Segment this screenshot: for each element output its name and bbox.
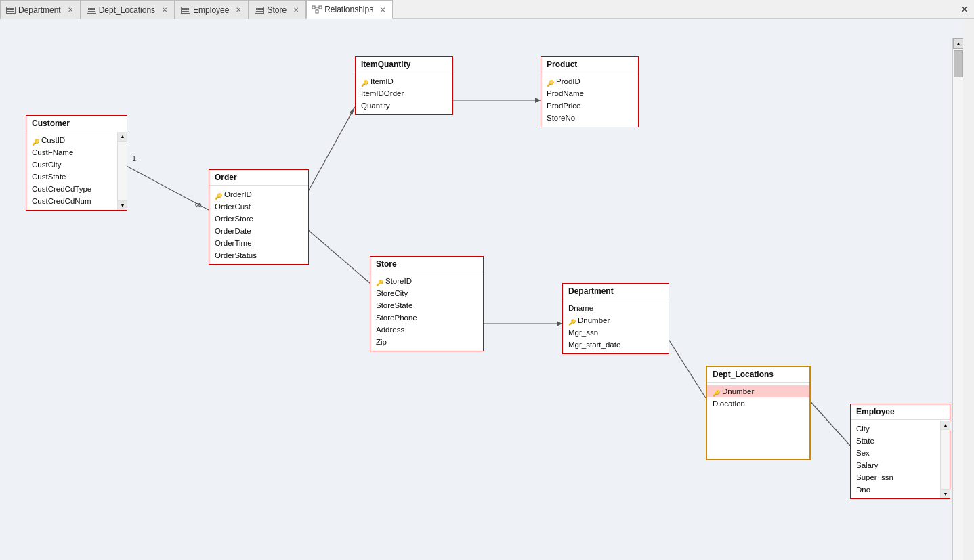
field-itemidorder: ItemIDOrder <box>356 87 452 100</box>
entity-fields-store: StoreID StoreCity StoreState StorePhone … <box>370 272 483 351</box>
scrollbar-down-customer[interactable]: ▼ <box>118 200 127 210</box>
svg-marker-15 <box>557 321 562 326</box>
tab-close-relationships[interactable]: ✕ <box>379 6 387 14</box>
tab-label-employee: Employee <box>193 5 229 15</box>
entity-dept-locations: Dept_Locations Dnumber Dlocation <box>706 366 811 460</box>
tab-close-store[interactable]: ✕ <box>292 6 300 14</box>
tab-close-department[interactable]: ✕ <box>66 6 75 14</box>
field-dname: Dname <box>563 302 669 314</box>
window-close-button[interactable]: ✕ <box>955 0 974 19</box>
entity-fields-dept-locations: Dnumber Dlocation <box>707 383 809 412</box>
entity-fields-order: OrderID OrderCust OrderStore OrderDate O… <box>209 186 308 264</box>
field-prodid: ProdID <box>541 75 638 87</box>
svg-marker-9 <box>350 107 355 115</box>
field-storephone: StorePhone <box>370 311 483 324</box>
field-super-ssn: Super_ssn <box>851 471 940 483</box>
pk-icon-prodid <box>547 78 553 85</box>
entity-store: Store StoreID StoreCity StoreState Store… <box>370 256 484 351</box>
svg-rect-1 <box>319 6 322 9</box>
svg-rect-2 <box>316 10 318 13</box>
field-dnumber-deptloc: Dnumber <box>707 385 809 397</box>
field-storeno: StoreNo <box>541 112 638 124</box>
svg-rect-0 <box>312 6 315 9</box>
scrollbar-up-customer[interactable]: ▲ <box>118 132 127 142</box>
scrollbar-up-btn[interactable]: ▲ <box>953 38 963 49</box>
entity-scrollbar-employee[interactable]: ▲ ▼ <box>940 421 950 498</box>
entity-title-product: Product <box>541 57 638 72</box>
scrollbar-up-employee[interactable]: ▲ <box>941 421 950 430</box>
field-orderdate: OrderDate <box>209 225 308 237</box>
field-orderid: OrderID <box>209 188 308 200</box>
entity-fields-employee: City State Sex Salary Super_ssn Dno <box>851 420 950 498</box>
table-icon <box>6 7 16 14</box>
relationships-icon <box>312 5 322 14</box>
entity-department: Department Dname Dnumber Mgr_ssn Mgr_sta… <box>562 283 669 354</box>
svg-text:1: 1 <box>132 154 136 163</box>
tab-store[interactable]: Store ✕ <box>249 0 306 19</box>
entity-scrollbar-customer[interactable]: ▲ ▼ <box>117 132 127 210</box>
entity-fields-itemquantity: ItemID ItemIDOrder Quantity <box>356 72 452 114</box>
tab-bar: Department ✕ Dept_Locations ✕ Employee ✕… <box>0 0 974 19</box>
field-prodname: ProdName <box>541 87 638 100</box>
main-scrollbar-right[interactable]: ▲ ▼ <box>952 38 963 560</box>
field-custcredcdnum: CustCredCdNum <box>26 195 127 207</box>
field-orderstatus: OrderStatus <box>209 249 308 261</box>
svg-marker-11 <box>364 278 370 283</box>
svg-marker-13 <box>535 98 541 103</box>
entity-title-customer: Customer <box>26 116 127 131</box>
field-custcredcdtype: CustCredCdType <box>26 183 127 195</box>
svg-line-16 <box>667 337 706 398</box>
entity-fields-department: Dname Dnumber Mgr_ssn Mgr_start_date <box>563 299 669 353</box>
field-state: State <box>851 435 940 447</box>
tab-label-department: Department <box>18 5 61 15</box>
entity-employee: Employee City State Sex Salary Super_ssn… <box>850 404 950 499</box>
table-icon-2 <box>87 7 96 14</box>
field-dlocation: Dlocation <box>707 397 809 410</box>
svg-text:∞: ∞ <box>195 199 201 209</box>
field-storecity: StoreCity <box>370 287 483 299</box>
svg-line-10 <box>307 229 370 283</box>
field-custstate: CustState <box>26 171 127 183</box>
tab-employee[interactable]: Employee ✕ <box>175 0 249 19</box>
scrollbar-down-employee[interactable]: ▼ <box>941 489 950 498</box>
tab-label-dept-locations: Dept_Locations <box>99 5 155 15</box>
field-orderstore: OrderStore <box>209 213 308 225</box>
field-ordercust: OrderCust <box>209 200 308 213</box>
entity-fields-product: ProdID ProdName ProdPrice StoreNo <box>541 72 638 127</box>
field-storestate: StoreState <box>370 299 483 311</box>
tab-close-employee[interactable]: ✕ <box>234 6 242 14</box>
entity-title-employee: Employee <box>851 404 950 420</box>
field-prodprice: ProdPrice <box>541 100 638 112</box>
field-dno: Dno <box>851 483 940 496</box>
scrollbar-thumb <box>954 50 963 77</box>
field-custcity: CustCity <box>26 158 127 171</box>
pk-icon-orderid <box>215 191 221 198</box>
field-dnumber: Dnumber <box>563 314 669 326</box>
svg-marker-18 <box>845 440 850 446</box>
scrollbar-track <box>953 49 963 560</box>
tab-label-store: Store <box>267 5 287 15</box>
field-storeid: StoreID <box>370 275 483 287</box>
entity-title-dept-locations: Dept_Locations <box>707 367 809 383</box>
entity-fields-customer: CustID CustFName CustCity CustState Cust… <box>26 131 127 210</box>
tab-label-relationships: Relationships <box>324 5 373 14</box>
field-ordertime: OrderTime <box>209 237 308 249</box>
field-mgr-start-date: Mgr_start_date <box>563 339 669 351</box>
field-mgr-ssn: Mgr_ssn <box>563 326 669 339</box>
pk-icon-itemid <box>361 78 368 85</box>
field-custfname: CustFName <box>26 146 127 158</box>
field-zip: Zip <box>370 336 483 348</box>
field-sex: Sex <box>851 447 940 459</box>
tab-close-dept-locations[interactable]: ✕ <box>161 6 169 14</box>
tab-relationships[interactable]: Relationships ✕ <box>306 0 393 19</box>
field-custid: CustID <box>26 134 127 146</box>
tab-department[interactable]: Department ✕ <box>0 0 81 19</box>
entity-itemquantity: ItemQuantity ItemID ItemIDOrder Quantity <box>355 56 453 115</box>
entity-product: Product ProdID ProdName ProdPrice StoreN… <box>541 56 639 127</box>
table-icon-3 <box>181 7 190 14</box>
tab-dept-locations[interactable]: Dept_Locations ✕ <box>81 0 175 19</box>
field-salary: Salary <box>851 459 940 471</box>
entity-title-store: Store <box>370 257 483 272</box>
entity-title-department: Department <box>563 284 669 299</box>
scrollbar-track-employee <box>941 430 950 489</box>
